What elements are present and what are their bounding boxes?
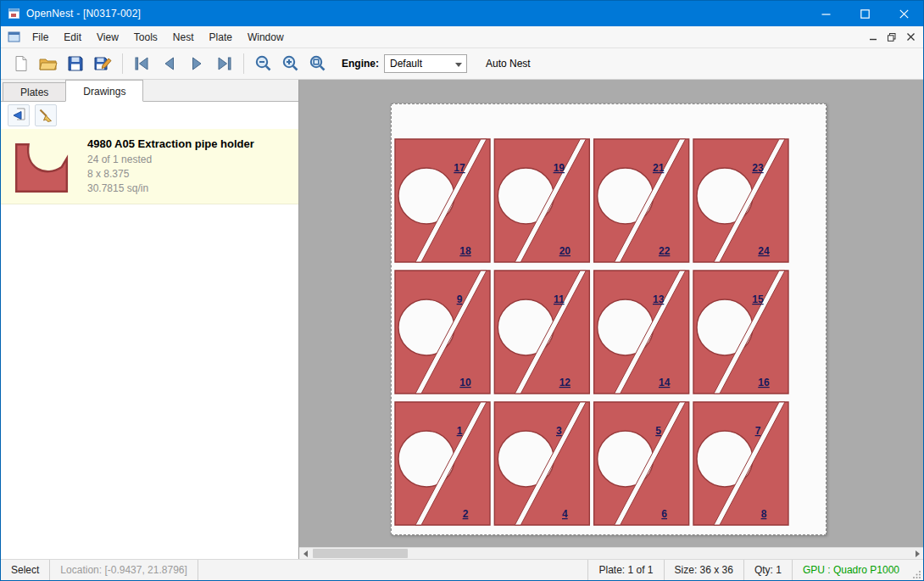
- part-number: 7: [755, 425, 761, 437]
- menubar: File Edit View Tools Nest Plate Window: [1, 26, 923, 48]
- part-number: 19: [554, 162, 565, 174]
- tab-plates[interactable]: Plates: [3, 82, 66, 101]
- nest-pair[interactable]: 1718: [395, 139, 490, 262]
- last-plate-button[interactable]: [210, 51, 237, 76]
- drawings-list-background: [1, 204, 298, 559]
- grip-dots-icon: [913, 570, 921, 578]
- maximize-button[interactable]: [845, 1, 884, 26]
- mdi-minimize-button[interactable]: [864, 29, 882, 46]
- menu-view[interactable]: View: [89, 27, 126, 47]
- save-edit-button[interactable]: [89, 51, 116, 76]
- nest-layout: 171819202122232491011121314151612345678: [392, 104, 826, 534]
- menu-window[interactable]: Window: [240, 27, 292, 47]
- zoom-fit-button[interactable]: [304, 51, 331, 76]
- scroll-right-button[interactable]: [911, 548, 923, 559]
- mdi-close-button[interactable]: [901, 29, 920, 46]
- engine-selected-value: Default: [390, 58, 422, 70]
- first-arrow-icon: [133, 54, 152, 73]
- left-triangle-icon: [303, 550, 308, 557]
- sidebar: Plates Drawings: [1, 80, 299, 559]
- part-number: 13: [653, 293, 665, 305]
- mdi-minimize-icon: [870, 33, 877, 41]
- nest-pair[interactable]: 34: [494, 402, 589, 525]
- engine-label: Engine:: [342, 58, 379, 70]
- drawing-list-item[interactable]: 4980 A05 Extraction pipe holder 24 of 1 …: [1, 129, 298, 204]
- last-arrow-icon: [214, 54, 233, 73]
- auto-nest-button[interactable]: Auto Nest: [479, 53, 537, 74]
- menu-edit[interactable]: Edit: [56, 27, 89, 47]
- menu-nest[interactable]: Nest: [165, 27, 202, 47]
- sidebar-tabstrip: Plates Drawings: [1, 80, 298, 102]
- nest-canvas[interactable]: 171819202122232491011121314151612345678: [299, 80, 923, 559]
- part-number: 5: [655, 425, 661, 437]
- zoom-out-button[interactable]: [250, 51, 277, 76]
- edit-nest-icon: [93, 55, 112, 72]
- mdi-restore-button[interactable]: [882, 29, 901, 46]
- mdi-document-icon[interactable]: [8, 31, 21, 43]
- part-number: 14: [659, 377, 671, 388]
- h-scroll-thumb[interactable]: [313, 549, 408, 558]
- part-number: 23: [752, 162, 764, 174]
- h-scroll-track[interactable]: [311, 548, 911, 559]
- nest-pair[interactable]: 56: [594, 402, 689, 525]
- previous-arrow-icon: [160, 54, 179, 73]
- zoom-in-button[interactable]: [277, 51, 304, 76]
- nest-pair[interactable]: 78: [693, 402, 788, 525]
- save-floppy-icon: [67, 55, 84, 72]
- nest-pair[interactable]: 12: [395, 402, 490, 525]
- h-scrollbar[interactable]: [299, 547, 923, 559]
- drawings-toolbar: [1, 102, 298, 129]
- resize-grip[interactable]: [910, 560, 923, 580]
- part-number: 9: [457, 293, 463, 305]
- nest-pair[interactable]: 1314: [594, 271, 689, 394]
- mdi-restore-icon: [888, 33, 896, 42]
- menu-file[interactable]: File: [25, 27, 56, 47]
- menu-plate[interactable]: Plate: [202, 27, 240, 47]
- tab-drawings[interactable]: Drawings: [65, 80, 143, 102]
- scroll-left-button[interactable]: [299, 548, 311, 559]
- minimize-button[interactable]: [806, 1, 845, 26]
- part-number: 3: [556, 425, 562, 437]
- main-toolbar: Engine: Default Auto Nest: [1, 48, 923, 80]
- status-spacer: [198, 560, 588, 580]
- zoom-in-icon: [281, 54, 300, 73]
- part-number: 12: [559, 377, 571, 388]
- app-window: OpenNest - [N0317-002] File Edit View To…: [0, 0, 924, 581]
- part-number: 24: [758, 245, 770, 257]
- save-button[interactable]: [62, 51, 89, 76]
- drawing-area: 30.7815 sq/in: [87, 182, 254, 196]
- separator: [122, 53, 123, 74]
- part-number: 2: [463, 508, 469, 520]
- nest-pair[interactable]: 910: [395, 271, 490, 394]
- part-number: 22: [659, 245, 671, 257]
- part-number: 4: [562, 508, 568, 520]
- refresh-drawings-button[interactable]: [8, 104, 30, 126]
- close-button[interactable]: [884, 1, 923, 26]
- nest-pair[interactable]: 2122: [594, 139, 689, 262]
- status-size: Size: 36 x 36: [664, 560, 743, 580]
- nest-pair[interactable]: 2324: [693, 139, 788, 262]
- minimize-icon: [821, 9, 831, 19]
- mdi-close-icon: [907, 33, 915, 41]
- part-number: 18: [459, 245, 471, 257]
- status-location: Location: [-0.9437, 21.8796]: [50, 560, 198, 580]
- status-plate: Plate: 1 of 1: [587, 560, 663, 580]
- zoom-out-icon: [254, 54, 273, 73]
- status-qty: Qty: 1: [743, 560, 792, 580]
- open-button[interactable]: [35, 51, 62, 76]
- new-button[interactable]: [8, 51, 35, 76]
- part-number: 16: [758, 377, 770, 388]
- nest-pair[interactable]: 1920: [494, 139, 589, 262]
- app-icon[interactable]: [8, 7, 21, 20]
- part-number: 11: [554, 293, 565, 305]
- cleanup-button[interactable]: [35, 104, 57, 126]
- engine-select[interactable]: Default: [384, 54, 467, 73]
- titlebar: OpenNest - [N0317-002]: [1, 1, 923, 26]
- nest-pair[interactable]: 1112: [494, 271, 589, 394]
- previous-plate-button[interactable]: [156, 51, 183, 76]
- nest-pair[interactable]: 1516: [693, 271, 788, 394]
- menu-tools[interactable]: Tools: [126, 27, 165, 47]
- first-plate-button[interactable]: [129, 51, 156, 76]
- next-plate-button[interactable]: [183, 51, 210, 76]
- statusbar: Select Location: [-0.9437, 21.8796] Plat…: [1, 559, 923, 580]
